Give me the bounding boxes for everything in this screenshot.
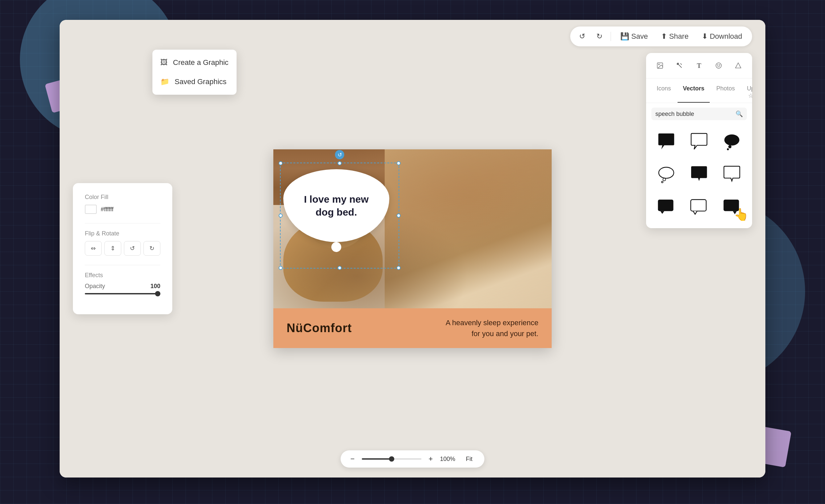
svg-rect-11 xyxy=(658,200,674,211)
vector-grid xyxy=(646,125,752,228)
speech-bubble-svg-7 xyxy=(656,198,676,218)
tab-photos[interactable]: Photos xyxy=(711,82,740,103)
saved-graphics-label: Saved Graphics xyxy=(174,78,227,86)
design-canvas: I love my new dog bed. ↺ NüComfort xyxy=(273,149,552,348)
speech-bubble-svg-1 xyxy=(656,133,676,152)
save-icon: 💾 xyxy=(620,32,629,41)
speech-bubble-shape: I love my new dog bed. xyxy=(283,169,389,242)
zoom-in-icon: + xyxy=(429,455,433,463)
tab-icons[interactable]: Icons xyxy=(651,82,676,103)
panel-tabs: Icons Vectors Photos Uploads ☆ xyxy=(646,79,752,103)
zoom-slider-track[interactable] xyxy=(362,458,422,459)
rotate-cw-button[interactable]: ↻ xyxy=(143,241,160,256)
panel-emoji-btn[interactable] xyxy=(711,58,726,73)
share-icon: ⬆ xyxy=(661,32,667,41)
opacity-row: Opacity 100 xyxy=(85,283,160,290)
vector-item-8[interactable] xyxy=(684,193,714,223)
flip-vertical-button[interactable]: ⇕ xyxy=(104,241,121,256)
zoom-in-button[interactable]: + xyxy=(426,454,436,464)
zoom-bar: − + 100% Fit xyxy=(341,450,484,468)
opacity-slider[interactable] xyxy=(85,293,160,295)
panel-text-btn[interactable]: T xyxy=(692,58,706,73)
tab-uploads[interactable]: Uploads ☆ xyxy=(742,82,752,103)
speech-bubble-svg-2 xyxy=(689,133,709,152)
vector-item-7[interactable] xyxy=(651,193,682,223)
panel-image-btn[interactable] xyxy=(653,58,667,73)
color-fill-section: Color Fill #ffffff xyxy=(85,194,160,214)
opacity-thumb[interactable] xyxy=(155,291,160,297)
save-button[interactable]: 💾 Save xyxy=(615,30,653,43)
svg-point-1 xyxy=(658,64,659,65)
redo-button[interactable]: ↻ xyxy=(592,29,607,44)
svg-rect-13 xyxy=(724,200,739,211)
vectors-panel: T Icons Vectors Photos xyxy=(646,53,752,228)
effects-section: Effects Opacity 100 xyxy=(85,272,160,295)
app-container: I love my new dog bed. ↺ NüComfort xyxy=(60,20,765,478)
color-swatch[interactable] xyxy=(85,205,97,214)
zoom-out-button[interactable]: − xyxy=(347,454,358,464)
flip-horizontal-button[interactable]: ⇔ xyxy=(85,241,102,256)
folder-icon: 📁 xyxy=(160,78,169,86)
vector-item-4[interactable] xyxy=(651,160,682,190)
svg-point-2 xyxy=(716,63,722,69)
text-icon: T xyxy=(697,62,701,70)
tab-vectors[interactable]: Vectors xyxy=(678,82,710,103)
zoom-value: 100% xyxy=(440,456,457,463)
panel-toolbar: T xyxy=(646,53,752,79)
effects-label: Effects xyxy=(85,272,160,279)
search-button[interactable]: 🔍 xyxy=(736,110,743,117)
canvas-bottom-bar: NüComfort A heavenly sleep experience fo… xyxy=(273,308,552,348)
color-fill-row: #ffffff xyxy=(85,205,160,214)
svg-point-3 xyxy=(717,65,718,65)
brand-tagline: A heavenly sleep experience for you and … xyxy=(446,317,538,339)
svg-point-5 xyxy=(724,135,739,145)
opacity-value: 100 xyxy=(150,283,160,290)
panel-wand-btn[interactable] xyxy=(672,58,687,73)
download-icon: ⬇ xyxy=(702,32,708,41)
saved-graphics-item[interactable]: 📁 Saved Graphics xyxy=(152,72,237,91)
speech-bubble-svg-4 xyxy=(656,165,676,185)
zoom-out-icon: − xyxy=(351,455,355,463)
search-input[interactable] xyxy=(655,110,736,117)
zoom-slider-thumb[interactable] xyxy=(389,456,394,461)
vector-item-6[interactable] xyxy=(717,160,747,190)
svg-point-6 xyxy=(728,145,732,149)
svg-point-7 xyxy=(727,148,729,150)
svg-point-8 xyxy=(659,167,674,178)
zoom-fit-button[interactable]: Fit xyxy=(460,454,478,464)
speech-bubble-svg-6 xyxy=(722,165,742,185)
vector-item-1[interactable] xyxy=(651,128,682,158)
image-icon: 🖼 xyxy=(160,58,168,67)
panel-divider-2 xyxy=(85,265,160,265)
zoom-slider-fill xyxy=(362,458,392,459)
download-button[interactable]: ⬇ Download xyxy=(696,30,747,43)
share-button[interactable]: ⬆ Share xyxy=(656,30,694,43)
vector-item-3[interactable] xyxy=(717,128,747,158)
panel-divider-1 xyxy=(85,223,160,224)
speech-bubble-svg-5 xyxy=(689,165,709,185)
speech-bubble-svg-8 xyxy=(689,198,709,218)
vector-item-9[interactable] xyxy=(717,193,747,223)
speech-bubble-svg-9 xyxy=(722,198,742,218)
svg-point-4 xyxy=(719,65,720,65)
undo-button[interactable]: ↺ xyxy=(575,29,589,44)
color-hex-value: #ffffff xyxy=(101,206,113,213)
speech-bubble-text: I love my new dog bed. xyxy=(297,186,375,225)
main-toolbar: ↺ ↻ 💾 Save ⬆ Share ⬇ Download xyxy=(570,26,752,47)
toolbar-divider-1 xyxy=(611,32,611,41)
flip-rotate-section: Flip & Rotate ⇔ ⇕ ↺ ↻ xyxy=(85,230,160,256)
vector-item-5[interactable] xyxy=(684,160,714,190)
dropdown-menu: 🖼 Create a Graphic 📁 Saved Graphics xyxy=(152,50,237,95)
brand-name: NüComfort xyxy=(287,321,352,335)
search-box: 🔍 xyxy=(651,108,747,120)
opacity-label: Opacity xyxy=(85,283,105,290)
create-graphic-item[interactable]: 🖼 Create a Graphic xyxy=(152,53,237,72)
properties-panel: Color Fill #ffffff Flip & Rotate ⇔ ⇕ ↺ ↻… xyxy=(73,183,172,314)
speech-bubble-element[interactable]: I love my new dog bed. xyxy=(283,169,389,255)
vector-item-2[interactable] xyxy=(684,128,714,158)
panel-shape-btn[interactable] xyxy=(731,58,746,73)
flip-rotate-label: Flip & Rotate xyxy=(85,230,160,237)
color-fill-label: Color Fill xyxy=(85,194,160,201)
speech-bubble-svg-3 xyxy=(722,133,742,152)
rotate-ccw-button[interactable]: ↺ xyxy=(124,241,141,256)
